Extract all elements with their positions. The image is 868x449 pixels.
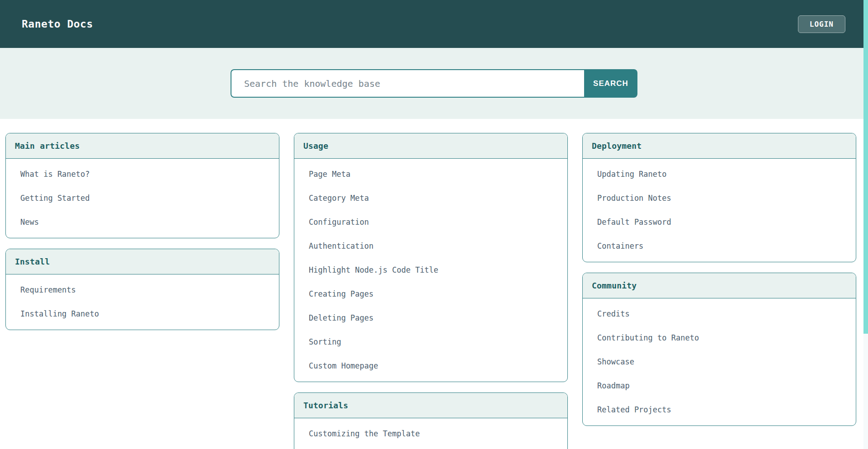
article-link-production-notes[interactable]: Production Notes (583, 186, 856, 210)
article-list-item: Creating Pages (294, 282, 567, 306)
content-column: UsagePage MetaCategory MetaConfiguration… (294, 133, 568, 449)
article-list: Page MetaCategory MetaConfigurationAuthe… (294, 159, 567, 382)
category-title: Install (15, 255, 270, 268)
article-list-item: Default Password (583, 210, 856, 234)
category-card-tutorials: TutorialsCustomizing the Template (294, 392, 568, 449)
article-link-updating-raneto[interactable]: Updating Raneto (583, 162, 856, 186)
search-group: SEARCH (231, 69, 637, 98)
page-scrollbar[interactable] (863, 0, 868, 449)
article-link-requirements[interactable]: Requirements (6, 278, 279, 302)
search-section: SEARCH (0, 48, 868, 119)
category-card-deployment: DeploymentUpdating RanetoProduction Note… (582, 133, 856, 262)
content-column: Main articlesWhat is Raneto?Getting Star… (5, 133, 279, 330)
search-input[interactable] (231, 69, 584, 98)
category-card-header: Deployment (583, 133, 856, 159)
article-list-item: News (6, 210, 279, 234)
article-list-item: Roadmap (583, 374, 856, 398)
category-card-main-articles: Main articlesWhat is Raneto?Getting Star… (5, 133, 279, 238)
article-list: CreditsContributing to RanetoShowcaseRoa… (583, 298, 856, 425)
article-link-contributing-to-raneto[interactable]: Contributing to Raneto (583, 326, 856, 350)
article-list-item: Page Meta (294, 162, 567, 186)
category-card-header: Install (6, 249, 279, 274)
category-card-header: Usage (294, 133, 567, 159)
category-title: Deployment (592, 140, 847, 152)
category-card-install: InstallRequirementsInstalling Raneto (5, 249, 279, 330)
category-title: Main articles (15, 140, 270, 152)
article-list-item: Sorting (294, 330, 567, 354)
article-list: Customizing the Template (294, 418, 567, 449)
article-list-item: Updating Raneto (583, 162, 856, 186)
article-link-credits[interactable]: Credits (583, 302, 856, 326)
article-link-configuration[interactable]: Configuration (294, 210, 567, 234)
article-list-item: Credits (583, 302, 856, 326)
article-list-item: Custom Homepage (294, 354, 567, 378)
article-link-related-projects[interactable]: Related Projects (583, 398, 856, 422)
article-link-sorting[interactable]: Sorting (294, 330, 567, 354)
article-link-creating-pages[interactable]: Creating Pages (294, 282, 567, 306)
article-list-item: Installing Raneto (6, 302, 279, 326)
category-card-usage: UsagePage MetaCategory MetaConfiguration… (294, 133, 568, 382)
article-list-item: Containers (583, 234, 856, 258)
article-link-highlight-node-js-code-title[interactable]: Highlight Node.js Code Title (294, 258, 567, 282)
article-link-deleting-pages[interactable]: Deleting Pages (294, 306, 567, 330)
article-list-item: Getting Started (6, 186, 279, 210)
content-grid: Main articlesWhat is Raneto?Getting Star… (0, 119, 868, 449)
category-card-header: Main articles (6, 133, 279, 159)
article-link-page-meta[interactable]: Page Meta (294, 162, 567, 186)
brand-title: Raneto Docs (22, 18, 93, 30)
category-title: Usage (303, 140, 558, 152)
article-list: What is Raneto?Getting StartedNews (6, 159, 279, 238)
article-link-roadmap[interactable]: Roadmap (583, 374, 856, 398)
category-card-header: Tutorials (294, 393, 567, 418)
article-link-customizing-the-template[interactable]: Customizing the Template (294, 422, 567, 446)
category-title: Tutorials (303, 399, 558, 411)
article-link-news[interactable]: News (6, 210, 279, 234)
article-link-getting-started[interactable]: Getting Started (6, 186, 279, 210)
article-link-custom-homepage[interactable]: Custom Homepage (294, 354, 567, 378)
article-list-item: Authentication (294, 234, 567, 258)
category-title: Community (592, 279, 847, 292)
article-list-item: Requirements (6, 278, 279, 302)
article-link-containers[interactable]: Containers (583, 234, 856, 258)
article-link-showcase[interactable]: Showcase (583, 350, 856, 374)
app-header: Raneto Docs LOGIN (0, 0, 868, 48)
article-list-item: Customizing the Template (294, 422, 567, 446)
login-button[interactable]: LOGIN (798, 15, 845, 33)
article-list-item: Highlight Node.js Code Title (294, 258, 567, 282)
page-scrollbar-thumb[interactable] (863, 0, 868, 334)
article-list: Updating RanetoProduction NotesDefault P… (583, 159, 856, 262)
article-link-default-password[interactable]: Default Password (583, 210, 856, 234)
article-link-authentication[interactable]: Authentication (294, 234, 567, 258)
article-list-item: Production Notes (583, 186, 856, 210)
article-list-item: Related Projects (583, 398, 856, 422)
article-link-what-is-raneto[interactable]: What is Raneto? (6, 162, 279, 186)
article-link-installing-raneto[interactable]: Installing Raneto (6, 302, 279, 326)
article-list-item: Contributing to Raneto (583, 326, 856, 350)
category-card-header: Community (583, 273, 856, 298)
search-button[interactable]: SEARCH (584, 69, 637, 98)
article-link-category-meta[interactable]: Category Meta (294, 186, 567, 210)
content-column: DeploymentUpdating RanetoProduction Note… (582, 133, 856, 426)
article-list: RequirementsInstalling Raneto (6, 274, 279, 330)
article-list-item: Configuration (294, 210, 567, 234)
article-list-item: Category Meta (294, 186, 567, 210)
article-list-item: Showcase (583, 350, 856, 374)
article-list-item: Deleting Pages (294, 306, 567, 330)
category-card-community: CommunityCreditsContributing to RanetoSh… (582, 273, 856, 426)
article-list-item: What is Raneto? (6, 162, 279, 186)
